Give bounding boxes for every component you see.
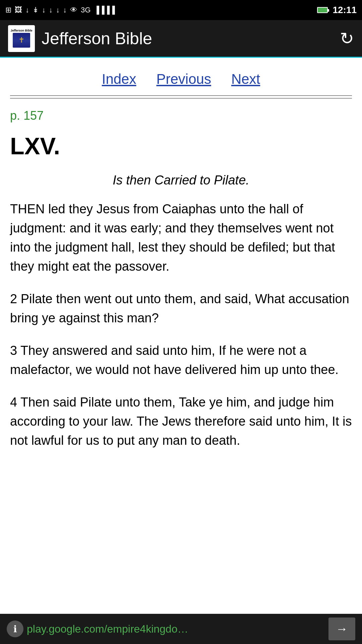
- download-icon-6: ↓: [63, 6, 67, 14]
- network-type: 3G: [81, 6, 90, 14]
- download-icon-1: ↓: [25, 6, 29, 14]
- app-icon: Jefferson Bible ✝: [8, 25, 35, 52]
- download-icon-5: ↓: [56, 6, 60, 14]
- paragraph-3: 3 They answered and said unto him, If he…: [10, 341, 352, 379]
- signal-icon: ▐▐▐▐: [94, 6, 115, 14]
- app-bar: Jefferson Bible ✝ Jefferson Bible ↻: [0, 20, 362, 58]
- next-link[interactable]: Next: [231, 71, 260, 87]
- forward-button[interactable]: →: [328, 618, 355, 640]
- cross-icon: ✝: [18, 36, 24, 45]
- navigation-links: Index Previous Next: [10, 71, 352, 87]
- divider-2: [10, 98, 352, 99]
- index-link[interactable]: Index: [102, 71, 136, 87]
- bottom-bar: ℹ play.google.com/empire4kingdo… →: [0, 614, 362, 644]
- content-area: Index Previous Next p. 157 LXV. Is then …: [0, 58, 362, 450]
- chapter-heading: LXV.: [10, 133, 352, 160]
- status-bar: ⊞ 🖼 ↓ ↡ ↓ ↓ ↓ ↓ 👁 3G ▐▐▐▐ 12:11: [0, 0, 362, 20]
- status-icons: ⊞ 🖼 ↓ ↡ ↓ ↓ ↓ ↓ 👁 3G ▐▐▐▐: [5, 6, 115, 14]
- browser-url: play.google.com/empire4kingdo…: [27, 623, 328, 635]
- paragraph-2: 2 Pilate then went out unto them, and sa…: [10, 289, 352, 328]
- section-subtitle: Is then Carried to Pilate.: [10, 173, 352, 187]
- app-title: Jefferson Bible: [42, 29, 152, 48]
- previous-link[interactable]: Previous: [156, 71, 211, 87]
- download-icon-2: ↡: [33, 6, 39, 14]
- app-icon-text: Jefferson Bible: [10, 29, 32, 33]
- info-icon[interactable]: ℹ: [7, 621, 23, 637]
- app-bar-left: Jefferson Bible ✝ Jefferson Bible: [8, 25, 152, 52]
- download-icon-3: ↓: [42, 6, 46, 14]
- image-icon: 🖼: [15, 6, 22, 14]
- add-icon: ⊞: [5, 6, 11, 14]
- status-right: 12:11: [317, 5, 357, 15]
- forward-arrow-icon: →: [336, 622, 348, 636]
- clock: 12:11: [333, 5, 357, 15]
- paragraph-1: THEN led they Jesus from Caiaphas unto t…: [10, 200, 352, 276]
- eye-icon: 👁: [70, 6, 77, 14]
- refresh-icon: ↻: [340, 29, 354, 48]
- battery-icon: [317, 7, 328, 13]
- refresh-button[interactable]: ↻: [340, 29, 354, 48]
- divider-1: [10, 95, 352, 96]
- download-icon-4: ↓: [49, 6, 53, 14]
- page-number: p. 157: [10, 109, 352, 123]
- paragraph-4: 4 Then said Pilate unto them, Take ye hi…: [10, 393, 352, 450]
- app-icon-image: ✝: [13, 33, 30, 48]
